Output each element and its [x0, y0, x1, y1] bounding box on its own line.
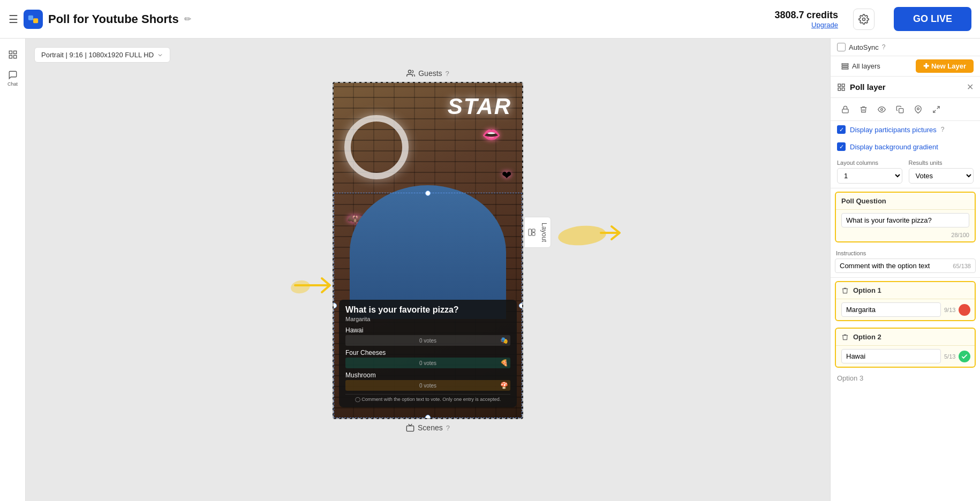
results-units-group: Results units Votes — [909, 160, 974, 184]
poll-option-2: Four Cheeses 0 votes 🍕 — [345, 349, 510, 368]
layout-tab-label: Layout — [540, 223, 548, 242]
option1-color[interactable] — [959, 304, 970, 316]
instructions-section: Instructions 65/138 — [831, 246, 980, 278]
poll-option-1: Hawai 0 votes 🎭 — [345, 327, 510, 346]
option3-hint: Option 3 — [831, 371, 980, 385]
settings-icon[interactable] — [853, 9, 875, 30]
poll-option-3: Mushroom 0 votes 🍄 — [345, 371, 510, 391]
star-text: STAR — [448, 94, 511, 119]
upgrade-link[interactable]: Upgrade — [774, 21, 838, 29]
poll-instruction: ◯ Comment with the option text to vote. … — [345, 394, 510, 402]
poll-overlay-subtitle: Margarita — [345, 316, 510, 322]
canvas-toolbar: Portrait | 9:16 | 1080x1920 FULL HD — [34, 47, 821, 63]
svg-rect-16 — [842, 67, 848, 69]
layout-columns-group: Layout columns 1 — [837, 160, 902, 184]
visibility-layer-button[interactable] — [873, 101, 889, 117]
svg-line-25 — [937, 106, 939, 108]
poll-overlay-question: What is your favorite pizza? — [345, 305, 510, 315]
app-title: Poll for Youtube Shorts — [48, 12, 179, 26]
resize-layer-button[interactable] — [928, 101, 944, 117]
svg-rect-20 — [842, 88, 845, 90]
guests-help-icon[interactable]: ? — [446, 70, 449, 78]
pin-layer-button[interactable] — [910, 101, 926, 117]
option2-color[interactable] — [959, 351, 970, 362]
chat-label: Chat — [7, 81, 18, 87]
display-background-checkbox[interactable]: ✓ — [837, 142, 846, 151]
autosync-help-icon[interactable]: ? — [882, 43, 886, 51]
delete-layer-button[interactable] — [855, 101, 871, 117]
svg-point-22 — [880, 108, 883, 110]
menu-icon[interactable]: ☰ — [9, 13, 18, 26]
option2-input[interactable] — [841, 349, 941, 363]
layout-tab[interactable]: Layout — [524, 217, 551, 248]
instructions-input[interactable] — [840, 262, 951, 270]
layout-columns-label: Layout columns — [837, 160, 902, 166]
option3-label: Option 3 — [837, 374, 863, 382]
go-live-button[interactable]: GO LIVE — [894, 7, 971, 31]
svg-rect-15 — [842, 65, 848, 66]
person-silhouette — [350, 185, 506, 319]
all-layers-label: All layers — [852, 62, 880, 70]
option1-input[interactable] — [841, 302, 941, 317]
svg-rect-4 — [13, 51, 16, 54]
neon-lips: 👄 — [482, 126, 501, 143]
display-participants-help[interactable]: ? — [941, 126, 945, 133]
duplicate-layer-button[interactable] — [892, 101, 908, 117]
results-units-label: Results units — [909, 160, 974, 166]
resolution-value: Portrait | 9:16 | 1080x1920 FULL HD — [41, 51, 154, 59]
new-layer-button[interactable]: ✚ New Layer — [916, 59, 974, 73]
svg-rect-17 — [838, 84, 841, 87]
all-layers-button[interactable]: All layers — [837, 60, 885, 72]
svg-rect-23 — [899, 108, 903, 112]
right-panel: AutoSync ? All layers ✚ New Layer Poll l… — [830, 39, 980, 501]
edit-title-icon[interactable]: ✏ — [184, 14, 191, 24]
lock-layer-button[interactable] — [837, 101, 853, 117]
sidebar-item-layout[interactable] — [3, 45, 22, 64]
option2-charcount: 5/13 — [944, 353, 955, 360]
results-units-select[interactable]: Votes — [909, 168, 974, 184]
svg-point-2 — [862, 18, 865, 20]
poll-overlay: What is your favorite pizza? Margarita H… — [339, 300, 517, 407]
resolution-selector[interactable]: Portrait | 9:16 | 1080x1920 FULL HD — [34, 47, 170, 63]
poll-layer-title: Poll layer — [850, 82, 967, 92]
svg-rect-0 — [28, 15, 33, 20]
poll-question-header: Poll Question — [836, 193, 975, 210]
layer-actions — [831, 98, 980, 121]
autosync-row: AutoSync ? — [831, 39, 980, 56]
svg-point-24 — [917, 108, 919, 110]
poll-layer-header: Poll layer ✕ — [831, 77, 980, 98]
poll-question-input[interactable] — [841, 213, 969, 227]
guests-label: Guests ? — [406, 69, 449, 78]
svg-rect-1 — [33, 18, 38, 23]
layout-columns-select[interactable]: 1 — [837, 168, 902, 184]
option1-charcount: 9/13 — [944, 307, 955, 313]
poll-question-section: Poll Question 28/100 — [835, 192, 976, 242]
display-participants-checkbox[interactable]: ✓ — [837, 125, 846, 134]
neon-heart: ❤ — [502, 169, 511, 183]
close-panel-icon[interactable]: ✕ — [967, 82, 974, 92]
option1-label: Option 1 — [853, 286, 881, 294]
instructions-charcount: 65/138 — [953, 263, 971, 269]
scenes-help-icon[interactable]: ? — [446, 424, 450, 432]
credits-amount: 3808.7 — [774, 10, 804, 20]
svg-rect-11 — [532, 233, 535, 236]
option2-header: Option 2 — [836, 329, 975, 346]
svg-line-26 — [933, 110, 935, 112]
poll-question-input-wrapper — [836, 210, 975, 231]
layers-toolbar: All layers ✚ New Layer — [831, 56, 980, 77]
option2-label: Option 2 — [853, 333, 881, 341]
autosync-checkbox[interactable] — [837, 43, 846, 51]
layout-columns-section: Layout columns 1 Results units Votes — [831, 155, 980, 188]
svg-rect-13 — [406, 426, 413, 431]
option2-section: Option 2 5/13 — [835, 328, 976, 368]
autosync-label: AutoSync — [849, 43, 879, 51]
svg-rect-5 — [9, 56, 12, 58]
option1-section: Option 1 9/13 — [835, 281, 976, 321]
svg-rect-10 — [532, 229, 535, 232]
instructions-input-wrapper: 65/138 — [835, 259, 976, 273]
svg-rect-9 — [529, 229, 531, 236]
sidebar-chat[interactable]: Chat — [3, 69, 22, 88]
instructions-label: Instructions — [835, 248, 976, 259]
phone-preview: STAR 👄 ❤ 🦇 What is your favorite pizza? — [333, 82, 523, 419]
scenes-text: Scenes — [418, 423, 443, 432]
